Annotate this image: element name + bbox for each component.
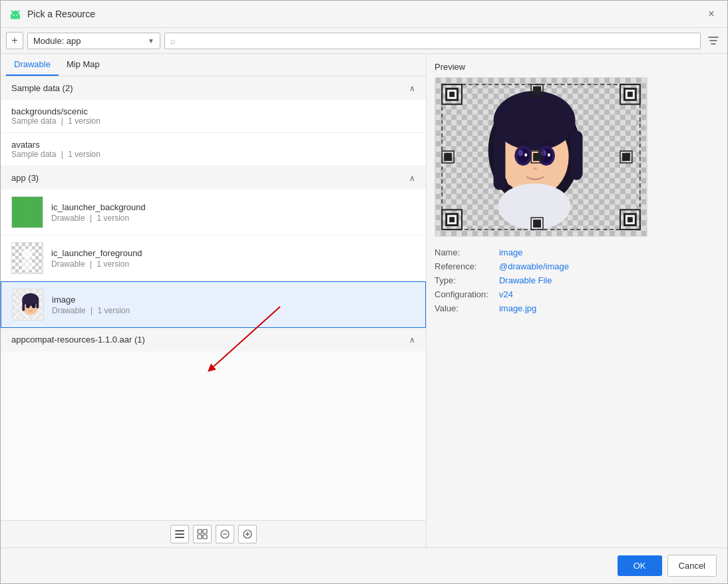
section-app-chevron: ∧ [409,174,415,183]
svg-rect-10 [12,197,43,228]
pick-resource-dialog: Pick a Resource × + Module: app ▼ ⌕ Draw… [0,0,728,584]
svg-point-49 [518,150,523,156]
green-thumbnail [12,197,43,227]
resource-name: avatars [11,140,415,150]
meta-reference-key: Reference: [435,261,488,271]
section-appcompat[interactable]: appcompat-resources-1.1.0.aar (1) ∧ [1,328,426,351]
dropdown-arrow-icon: ▼ [148,37,154,45]
list-item[interactable]: avatars Sample data | 1 version [1,133,426,166]
svg-rect-81 [622,153,630,161]
list-item-selected[interactable]: image Drawable | 1 version [1,281,426,328]
svg-point-50 [524,154,527,157]
svg-rect-73 [628,217,633,222]
resource-meta: Drawable | 1 version [51,259,142,269]
tab-drawable[interactable]: Drawable [6,54,59,76]
section-sample-data[interactable]: Sample data (2) ∧ [1,76,426,100]
svg-rect-27 [198,535,202,539]
resource-thumb-checker [11,242,43,274]
search-input[interactable] [178,36,695,46]
android-icon [9,7,22,21]
svg-rect-65 [628,92,633,97]
svg-rect-77 [533,153,541,161]
search-icon: ⌕ [170,36,176,46]
svg-point-20 [26,304,30,309]
grid-icon [197,529,208,539]
metadata-table: Name: image Reference: @drawable/image T… [435,247,719,313]
svg-rect-28 [203,535,207,539]
zoom-in-button[interactable] [238,525,257,543]
section-appcompat-chevron: ∧ [409,335,415,345]
resource-info: ic_launcher_foreground Drawable | 1 vers… [51,248,142,269]
section-appcompat-title: appcompat-resources-1.1.0.aar (1) [11,335,145,345]
svg-rect-61 [449,92,455,97]
svg-rect-7 [18,17,20,19]
cancel-button[interactable]: Cancel [667,555,717,577]
svg-rect-24 [175,537,184,538]
meta-type-value: Drawable File [499,275,719,285]
dialog-footer: OK Cancel [1,547,727,583]
content-area: Drawable Mip Map Sample data (2) ∧ backg… [1,54,727,547]
list-item[interactable]: backgrounds/scenic Sample data | 1 versi… [1,100,426,133]
preview-image [435,78,647,236]
search-box[interactable]: ⌕ [164,33,701,49]
resource-meta: Drawable | 1 version [51,214,146,223]
resource-name: ic_launcher_foreground [51,248,142,258]
preview-title: Preview [435,62,719,72]
svg-rect-6 [11,17,13,19]
resource-name: backgrounds/scenic [11,106,415,116]
bottom-toolbar [1,520,426,547]
resource-name: ic_launcher_background [51,202,146,212]
add-button[interactable]: + [6,32,23,49]
section-app-title: app (3) [11,173,39,183]
list-view-button[interactable] [170,525,189,543]
svg-point-2 [13,15,15,16]
module-dropdown-text: Module: app [33,36,148,46]
svg-point-11 [22,249,33,259]
svg-point-55 [533,168,537,170]
toolbar: + Module: app ▼ ⌕ [1,28,727,54]
svg-rect-75 [533,86,541,94]
preview-image-area [435,77,647,237]
meta-name-value: image [499,247,719,257]
left-panel: Drawable Mip Map Sample data (2) ∧ backg… [1,54,427,547]
svg-point-21 [32,304,36,309]
svg-rect-18 [22,299,25,311]
svg-rect-22 [175,530,184,531]
section-sample-data-title: Sample data (2) [11,83,73,93]
svg-rect-45 [571,130,583,180]
resource-name: image [52,295,130,305]
section-app[interactable]: app (3) ∧ [1,166,426,190]
right-panel: Preview [427,54,727,547]
ok-button[interactable]: OK [618,555,662,576]
filter-button[interactable] [705,32,722,49]
title-bar: Pick a Resource × [1,1,727,28]
tabs: Drawable Mip Map [1,54,426,76]
svg-point-56 [506,174,522,187]
svg-rect-25 [198,529,202,533]
meta-config-key: Configuration: [435,289,488,299]
resource-list[interactable]: Sample data (2) ∧ backgrounds/scenic Sam… [1,76,426,520]
svg-rect-19 [36,299,39,308]
svg-rect-69 [449,217,455,222]
module-dropdown[interactable]: Module: app ▼ [27,33,160,49]
svg-rect-23 [175,533,184,535]
grid-view-button[interactable] [193,525,212,543]
tab-mipmap[interactable]: Mip Map [59,54,108,76]
meta-reference-value: @drawable/image [499,261,719,271]
svg-rect-26 [203,529,207,533]
resource-thumb-green [11,196,43,228]
section-sample-data-chevron: ∧ [409,84,415,93]
list-item[interactable]: ic_launcher_foreground Drawable | 1 vers… [1,235,426,281]
svg-rect-44 [494,130,506,190]
resource-meta: Sample data | 1 version [11,116,415,126]
svg-point-8 [12,11,19,15]
resource-info: ic_launcher_background Drawable | 1 vers… [51,202,146,223]
zoom-out-icon [220,529,230,539]
svg-rect-79 [444,153,452,161]
close-button[interactable]: × [703,6,719,22]
resource-meta: Drawable | 1 version [52,306,130,315]
list-item[interactable]: ic_launcher_background Drawable | 1 vers… [1,190,426,235]
resource-meta: Sample data | 1 version [11,150,415,159]
title-bar-left: Pick a Resource [9,7,95,21]
zoom-out-button[interactable] [216,525,234,543]
